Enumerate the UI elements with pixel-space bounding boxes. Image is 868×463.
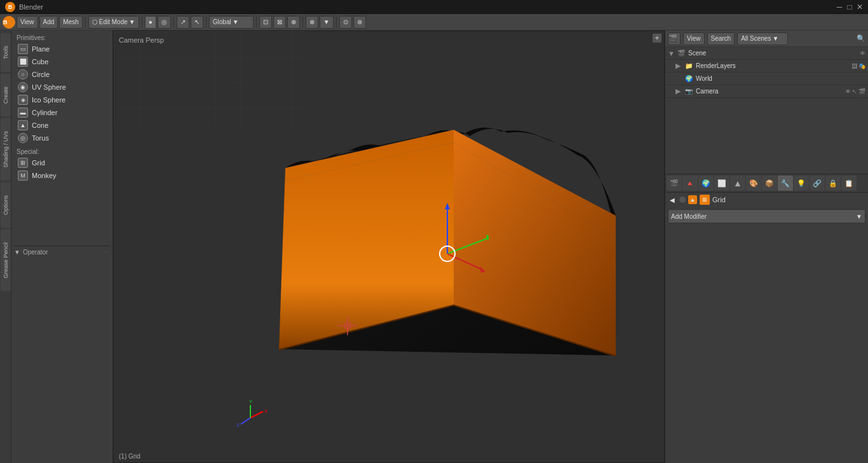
blender-icon-btn[interactable]: B bbox=[3, 16, 15, 29]
minimize-button[interactable]: ─ bbox=[835, 3, 844, 11]
outliner: ▼ 🎬 Scene 👁 ▶ 📁 RenderLayers 🖼 🎭 bbox=[665, 47, 868, 174]
tab-grease-pencil[interactable]: Grease Pencil bbox=[1, 230, 11, 291]
scene-selector-arrow: ▼ bbox=[772, 35, 778, 42]
cone-icon: ▲ bbox=[18, 120, 28, 130]
prop-tab-data[interactable]: 📋 bbox=[841, 176, 857, 191]
prop-tab-particles[interactable]: 💡 bbox=[794, 176, 809, 191]
scene-selector[interactable]: All Scenes ▼ bbox=[737, 32, 788, 45]
right-panel: 🎬 View Search All Scenes ▼ 🔍 ▼ 🎬 Scene 👁 bbox=[665, 31, 868, 463]
view-menu[interactable]: View bbox=[17, 16, 38, 29]
view-btn-7[interactable]: ⊛ bbox=[353, 16, 366, 29]
camera-rnd[interactable]: 🎬 bbox=[858, 88, 865, 95]
icosphere-label: Ico Sphere bbox=[32, 96, 65, 104]
camera-vis[interactable]: 👁 bbox=[845, 88, 851, 95]
primitive-icosphere[interactable]: ◈ Ico Sphere bbox=[14, 93, 110, 106]
titlebar-controls: ─ □ ✕ bbox=[835, 3, 868, 11]
view-btn-4[interactable]: ⊗ bbox=[306, 16, 318, 29]
prop-tab-constraints[interactable]: 🔒 bbox=[825, 176, 841, 191]
prop-tab-phys[interactable]: 🔗 bbox=[810, 176, 825, 191]
primitive-uvsphere[interactable]: ◉ UV Sphere bbox=[14, 81, 110, 93]
prop-tab-mod[interactable]: 🔧 bbox=[778, 176, 793, 191]
scene-icon-btn[interactable]: 🎬 bbox=[668, 32, 681, 45]
search-icon-right[interactable]: 🔍 bbox=[857, 34, 865, 43]
prop-tab-render[interactable]: 🎬 bbox=[667, 176, 682, 191]
primitive-cone[interactable]: ▲ Cone bbox=[14, 119, 110, 132]
monkey-icon: M bbox=[18, 170, 28, 181]
primitive-grid[interactable]: ⊞ Grid bbox=[14, 156, 110, 169]
add-modifier-btn[interactable]: Add Modifier ▼ bbox=[668, 209, 865, 223]
obj-icon-triangle: ▲ bbox=[688, 195, 697, 204]
global-selector[interactable]: Global ▼ bbox=[209, 16, 254, 29]
edge-select[interactable]: ◎ bbox=[158, 16, 171, 29]
outliner-row-camera[interactable]: ▶ 📷 Camera 👁 ↖ 🎬 bbox=[665, 85, 868, 98]
prop-tab-mesh[interactable]: ▲ bbox=[730, 176, 745, 191]
svg-text:Y: Y bbox=[249, 399, 253, 404]
rl-icon: 📁 bbox=[684, 62, 693, 71]
obj-icon-1: ◀ bbox=[668, 195, 677, 204]
primitive-torus[interactable]: ◎ Torus bbox=[14, 132, 110, 144]
titlebar: B Blender ─ □ ✕ bbox=[0, 0, 868, 14]
prop-tab-world[interactable]: 🌍 bbox=[698, 176, 714, 191]
outliner-row-scene[interactable]: ▼ 🎬 Scene 👁 bbox=[665, 47, 868, 60]
svg-line-16 bbox=[447, 254, 482, 270]
rl-icon3[interactable]: 🎭 bbox=[858, 63, 865, 69]
separator-1 bbox=[85, 17, 86, 28]
search-outliner[interactable]: Search bbox=[707, 32, 735, 45]
torus-icon: ◎ bbox=[18, 133, 28, 143]
mode-selector[interactable]: ⬡ Edit Mode ▼ bbox=[88, 16, 139, 29]
operator-label: ▼ Operator ⋯ bbox=[14, 249, 110, 256]
rl-icon2[interactable]: 🖼 bbox=[851, 63, 857, 69]
torus-label: Torus bbox=[32, 134, 49, 142]
camera-sel[interactable]: ↖ bbox=[852, 88, 857, 95]
main-area: Tools Create Shading / UVs Options Greas… bbox=[0, 31, 868, 463]
tab-options[interactable]: Options bbox=[1, 183, 11, 228]
tab-shading-uvs[interactable]: Shading / UVs bbox=[1, 118, 11, 181]
obj-icon-2: ⊞ bbox=[700, 195, 710, 205]
view-btn-6[interactable]: ⊙ bbox=[339, 16, 352, 29]
vertical-tabs: Tools Create Shading / UVs Options Greas… bbox=[0, 31, 11, 463]
primitive-plane[interactable]: ▭ Plane bbox=[14, 43, 110, 55]
view-btn-1[interactable]: ⊡ bbox=[259, 16, 272, 29]
view-outliner[interactable]: View bbox=[683, 32, 705, 45]
snap-toggle[interactable]: ↗ bbox=[177, 16, 189, 29]
cube-label: Cube bbox=[32, 58, 48, 66]
add-menu[interactable]: Add bbox=[39, 16, 58, 29]
primitive-monkey[interactable]: M Monkey bbox=[14, 169, 110, 182]
proportional-edit[interactable]: ↖ bbox=[191, 16, 203, 29]
add-modifier-arrow: ▼ bbox=[856, 213, 862, 220]
mesh-menu[interactable]: Mesh bbox=[59, 16, 82, 29]
scene-icon: 🎬 bbox=[677, 49, 686, 58]
vertex-select[interactable]: ● bbox=[145, 16, 156, 29]
primitive-circle[interactable]: ○ Circle bbox=[14, 68, 110, 81]
prop-tab-mat[interactable]: 🎨 bbox=[746, 176, 761, 191]
svg-line-19 bbox=[250, 411, 263, 418]
properties-tabs: 🎬 🔺 🌍 ⬜ ▲ 🎨 📦 🔧 💡 🔗 🔒 📋 bbox=[665, 174, 868, 193]
cylinder-label: Cylinder bbox=[32, 109, 57, 116]
obj-name-label: Grid bbox=[712, 196, 726, 204]
add-modifier-label: Add Modifier bbox=[671, 213, 707, 220]
view-btn-3[interactable]: ⊕ bbox=[287, 16, 300, 29]
circle-label: Circle bbox=[32, 71, 50, 78]
primitive-cube[interactable]: ⬜ Cube bbox=[14, 55, 110, 68]
scene-right-icons: 👁 bbox=[860, 50, 865, 57]
view-btn-2[interactable]: ⊠ bbox=[273, 16, 286, 29]
separator-6 bbox=[302, 17, 303, 28]
tab-tools[interactable]: Tools bbox=[1, 33, 11, 72]
prop-tab-scene[interactable]: 🔺 bbox=[682, 176, 698, 191]
primitive-cylinder[interactable]: ▬ Cylinder bbox=[14, 106, 110, 119]
maximize-button[interactable]: □ bbox=[845, 3, 854, 11]
prop-tab-tex[interactable]: 📦 bbox=[762, 176, 777, 191]
viewport-expand-btn[interactable]: + bbox=[653, 34, 661, 43]
tab-create[interactable]: Create bbox=[1, 74, 11, 116]
outliner-row-renderlayers[interactable]: ▶ 📁 RenderLayers 🖼 🎭 bbox=[665, 60, 868, 73]
obj-dot bbox=[679, 197, 686, 203]
mode-label: Edit Mode bbox=[99, 18, 128, 25]
scene-vis-icon[interactable]: 👁 bbox=[860, 50, 865, 57]
svg-text:Z: Z bbox=[236, 422, 240, 428]
outliner-row-world[interactable]: 🌍 World bbox=[665, 73, 868, 85]
viewport[interactable]: Camera Persp + X Y Z (1) Grid bbox=[113, 31, 665, 463]
view-btn-5[interactable]: ▼ bbox=[320, 16, 334, 29]
close-button[interactable]: ✕ bbox=[855, 3, 864, 11]
prop-tab-obj[interactable]: ⬜ bbox=[714, 176, 729, 191]
properties-panel: 🎬 🔺 🌍 ⬜ ▲ 🎨 📦 🔧 💡 🔗 🔒 📋 ◀ ▲ bbox=[665, 174, 868, 463]
